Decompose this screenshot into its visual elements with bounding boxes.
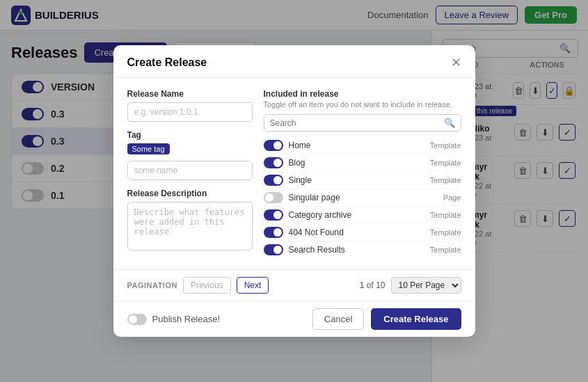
- item-toggle-single[interactable]: [264, 175, 283, 186]
- release-name-label: Release Name: [127, 89, 253, 99]
- item-name-home: Home: [289, 141, 424, 150]
- modal-overlay[interactable]: Create Release ✕ Release Name Tag Some t…: [0, 0, 588, 382]
- create-button[interactable]: Create Release: [371, 308, 461, 330]
- item-type-home: Template: [430, 141, 461, 150]
- item-toggle-404[interactable]: [264, 227, 283, 238]
- publish-toggle-group: Publish Release!: [127, 314, 221, 325]
- included-search-icon: 🔍: [444, 118, 455, 128]
- item-toggle-blog[interactable]: [264, 157, 283, 168]
- included-item-404: 404 Not Found Template: [264, 224, 461, 241]
- modal-header: Create Release ✕: [113, 45, 475, 78]
- item-toggle-search[interactable]: [264, 244, 283, 255]
- description-label: Release Description: [127, 189, 253, 198]
- cancel-button[interactable]: Cancel: [312, 308, 364, 330]
- item-type-404: Template: [430, 228, 461, 237]
- modal-footer: Publish Release! Cancel Create Release: [113, 301, 475, 337]
- included-item-singular: Singular page Page: [264, 189, 461, 207]
- item-name-category: Category archive: [289, 210, 424, 220]
- item-name-404: 404 Not Found: [289, 228, 424, 237]
- item-name-blog: Blog: [289, 158, 424, 168]
- item-name-singular: Singular page: [289, 193, 438, 202]
- create-release-modal: Create Release ✕ Release Name Tag Some t…: [113, 45, 475, 337]
- item-type-singular: Page: [443, 193, 461, 202]
- item-type-blog: Template: [430, 159, 461, 167]
- item-name-single: Single: [289, 175, 424, 185]
- item-toggle-category[interactable]: [264, 209, 283, 221]
- included-search-input[interactable]: [270, 118, 440, 128]
- tag-input[interactable]: [127, 161, 253, 180]
- item-type-category: Template: [430, 211, 461, 219]
- publish-label: Publish Release!: [152, 314, 221, 324]
- included-item-search: Search Results Template: [264, 241, 461, 258]
- publish-toggle[interactable]: [127, 314, 147, 325]
- modal-right-col: Included in release Toggle off an item y…: [264, 89, 461, 258]
- included-sublabel: Toggle off an item you do not want to in…: [264, 100, 461, 109]
- item-toggle-singular[interactable]: [264, 192, 283, 203]
- tag-badge: Some tag: [127, 143, 170, 154]
- pagination-bar: PAGINATION Previous Next 1 of 10 10 Per …: [113, 269, 475, 301]
- next-button[interactable]: Next: [237, 277, 269, 294]
- modal-title: Create Release: [127, 56, 207, 69]
- description-input[interactable]: [127, 202, 253, 250]
- pagination-label: PAGINATION: [127, 281, 177, 289]
- item-name-search: Search Results: [289, 245, 424, 255]
- included-item-blog: Blog Template: [264, 154, 461, 172]
- prev-button[interactable]: Previous: [183, 277, 231, 294]
- included-item-home: Home Template: [264, 137, 461, 154]
- included-item-category: Category archive Template: [264, 207, 461, 224]
- included-item-single: Single Template: [264, 172, 461, 189]
- included-search-box[interactable]: 🔍: [264, 114, 461, 132]
- per-page-select[interactable]: 10 Per Page: [391, 277, 461, 294]
- modal-left-col: Release Name Tag Some tag Release Descri…: [127, 89, 253, 258]
- modal-body: Release Name Tag Some tag Release Descri…: [113, 78, 475, 269]
- item-toggle-home[interactable]: [264, 140, 283, 151]
- release-name-input[interactable]: [127, 102, 253, 122]
- footer-buttons: Cancel Create Release: [312, 308, 461, 330]
- included-label: Included in release: [264, 89, 461, 99]
- pagination-info: 1 of 10: [360, 280, 386, 290]
- item-type-single: Template: [430, 176, 461, 184]
- tag-label: Tag: [127, 130, 253, 140]
- item-type-search: Template: [430, 246, 461, 254]
- modal-close-button[interactable]: ✕: [451, 56, 461, 69]
